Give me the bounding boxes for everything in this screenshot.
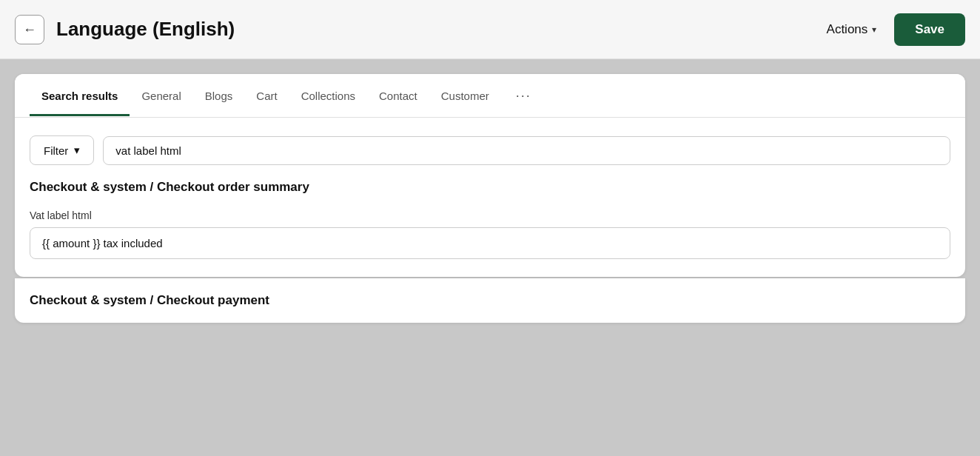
save-button[interactable]: Save <box>894 13 965 46</box>
actions-label: Actions <box>827 22 868 37</box>
header: ← Language (English) Actions ▾ Save <box>0 0 980 59</box>
chevron-down-icon: ▾ <box>872 24 876 35</box>
tab-customer[interactable]: Customer <box>429 76 501 116</box>
tabs-bar: Search results General Blogs Cart Collec… <box>15 74 965 118</box>
filter-chevron-icon: ▾ <box>74 144 80 157</box>
filter-row: Filter ▾ <box>15 118 965 180</box>
main-card: Search results General Blogs Cart Collec… <box>15 74 965 277</box>
section-heading-checkout-order: Checkout & system / Checkout order summa… <box>30 180 950 195</box>
tab-blogs[interactable]: Blogs <box>193 76 245 116</box>
actions-dropdown-button[interactable]: Actions ▾ <box>818 16 886 43</box>
vat-label-html-label: Vat label html <box>30 209 950 221</box>
content-body: Checkout & system / Checkout order summa… <box>15 180 965 277</box>
tab-cart[interactable]: Cart <box>244 76 289 116</box>
section-heading-checkout-payment: Checkout & system / Checkout payment <box>30 293 950 308</box>
filter-label: Filter <box>44 144 68 157</box>
header-actions: Actions ▾ Save <box>818 13 965 46</box>
back-button[interactable]: ← <box>15 15 44 44</box>
tab-contact[interactable]: Contact <box>367 76 429 116</box>
tab-general[interactable]: General <box>130 76 192 116</box>
tab-collections[interactable]: Collections <box>289 76 367 116</box>
vat-label-html-input[interactable] <box>30 227 950 259</box>
field-group: Vat label html <box>30 209 950 259</box>
back-arrow-icon: ← <box>23 23 36 36</box>
filter-button[interactable]: Filter ▾ <box>30 135 94 165</box>
main-content: Search results General Blogs Cart Collec… <box>0 59 980 323</box>
tab-search-results[interactable]: Search results <box>30 76 130 116</box>
more-tabs-button[interactable]: ··· <box>507 75 540 118</box>
search-input[interactable] <box>103 136 950 165</box>
page-title: Language (English) <box>56 18 818 41</box>
